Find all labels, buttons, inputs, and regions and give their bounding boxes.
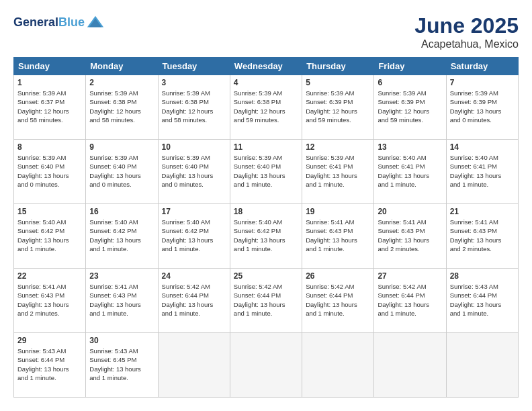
- day-detail: Sunrise: 5:40 AMSunset: 6:42 PMDaylight:…: [162, 218, 226, 253]
- day-detail: Sunrise: 5:41 AMSunset: 6:43 PMDaylight:…: [89, 282, 154, 318]
- day-number: 20: [378, 207, 442, 216]
- table-row: 24Sunrise: 5:42 AMSunset: 6:44 PMDayligh…: [158, 269, 230, 333]
- day-number: 26: [306, 271, 370, 281]
- day-number: 2: [89, 78, 154, 87]
- day-number: 23: [89, 271, 154, 281]
- day-detail: Sunrise: 5:39 AMSunset: 6:40 PMDaylight:…: [89, 153, 154, 189]
- day-detail: Sunrise: 5:39 AMSunset: 6:38 PMDaylight:…: [234, 89, 298, 124]
- table-row: 2Sunrise: 5:39 AMSunset: 6:38 PMDaylight…: [86, 75, 158, 140]
- day-number: 22: [17, 271, 82, 281]
- table-row: 26Sunrise: 5:42 AMSunset: 6:44 PMDayligh…: [302, 269, 374, 333]
- day-detail: Sunrise: 5:39 AMSunset: 6:41 PMDaylight:…: [306, 153, 370, 189]
- calendar-table: Sunday Monday Tuesday Wednesday Thursday…: [13, 57, 519, 398]
- day-detail: Sunrise: 5:39 AMSunset: 6:40 PMDaylight:…: [162, 153, 226, 189]
- main-title: June 2025: [414, 13, 519, 38]
- day-detail: Sunrise: 5:39 AMSunset: 6:38 PMDaylight:…: [89, 89, 154, 124]
- calendar-week-row: 15Sunrise: 5:40 AMSunset: 6:42 PMDayligh…: [14, 204, 519, 269]
- day-detail: Sunrise: 5:39 AMSunset: 6:39 PMDaylight:…: [306, 89, 370, 124]
- page: GeneralBlue June 2025 Acapetahua, Mexico…: [0, 0, 532, 411]
- day-detail: Sunrise: 5:39 AMSunset: 6:38 PMDaylight:…: [162, 89, 226, 124]
- day-number: 17: [162, 207, 226, 216]
- table-row: 9Sunrise: 5:39 AMSunset: 6:40 PMDaylight…: [86, 140, 158, 204]
- table-row: [158, 333, 230, 398]
- col-friday: Friday: [374, 58, 446, 75]
- table-row: 28Sunrise: 5:43 AMSunset: 6:44 PMDayligh…: [446, 269, 518, 333]
- title-area: June 2025 Acapetahua, Mexico: [414, 13, 519, 50]
- table-row: [446, 333, 518, 398]
- day-number: 9: [89, 142, 154, 152]
- table-row: 15Sunrise: 5:40 AMSunset: 6:42 PMDayligh…: [14, 204, 86, 269]
- table-row: 27Sunrise: 5:42 AMSunset: 6:44 PMDayligh…: [374, 269, 446, 333]
- calendar-week-row: 22Sunrise: 5:41 AMSunset: 6:43 PMDayligh…: [14, 269, 519, 333]
- table-row: 4Sunrise: 5:39 AMSunset: 6:38 PMDaylight…: [230, 75, 302, 140]
- table-row: 3Sunrise: 5:39 AMSunset: 6:38 PMDaylight…: [158, 75, 230, 140]
- calendar-week-row: 29Sunrise: 5:43 AMSunset: 6:44 PMDayligh…: [14, 333, 519, 398]
- subtitle: Acapetahua, Mexico: [414, 38, 519, 50]
- day-detail: Sunrise: 5:40 AMSunset: 6:41 PMDaylight:…: [378, 153, 442, 189]
- day-detail: Sunrise: 5:40 AMSunset: 6:42 PMDaylight:…: [17, 218, 82, 253]
- day-detail: Sunrise: 5:43 AMSunset: 6:45 PMDaylight:…: [89, 347, 154, 382]
- day-detail: Sunrise: 5:39 AMSunset: 6:39 PMDaylight:…: [450, 89, 515, 124]
- day-detail: Sunrise: 5:41 AMSunset: 6:43 PMDaylight:…: [306, 218, 370, 253]
- day-number: 19: [306, 207, 370, 216]
- day-number: 8: [17, 142, 82, 152]
- day-number: 21: [450, 207, 515, 216]
- table-row: 20Sunrise: 5:41 AMSunset: 6:43 PMDayligh…: [374, 204, 446, 269]
- col-thursday: Thursday: [302, 58, 374, 75]
- day-number: 30: [89, 336, 154, 345]
- table-row: 17Sunrise: 5:40 AMSunset: 6:42 PMDayligh…: [158, 204, 230, 269]
- day-number: 5: [306, 78, 370, 87]
- day-detail: Sunrise: 5:39 AMSunset: 6:40 PMDaylight:…: [17, 153, 82, 189]
- day-number: 11: [234, 142, 298, 152]
- day-number: 7: [450, 78, 515, 87]
- table-row: [374, 333, 446, 398]
- day-detail: Sunrise: 5:42 AMSunset: 6:44 PMDaylight:…: [306, 282, 370, 318]
- col-wednesday: Wednesday: [230, 58, 302, 75]
- day-detail: Sunrise: 5:42 AMSunset: 6:44 PMDaylight:…: [162, 282, 226, 318]
- calendar-week-row: 8Sunrise: 5:39 AMSunset: 6:40 PMDaylight…: [14, 140, 519, 204]
- table-row: 19Sunrise: 5:41 AMSunset: 6:43 PMDayligh…: [302, 204, 374, 269]
- table-row: 30Sunrise: 5:43 AMSunset: 6:45 PMDayligh…: [86, 333, 158, 398]
- day-detail: Sunrise: 5:42 AMSunset: 6:44 PMDaylight:…: [378, 282, 442, 318]
- table-row: 23Sunrise: 5:41 AMSunset: 6:43 PMDayligh…: [86, 269, 158, 333]
- table-row: 29Sunrise: 5:43 AMSunset: 6:44 PMDayligh…: [14, 333, 86, 398]
- day-number: 10: [162, 142, 226, 152]
- day-number: 28: [450, 271, 515, 281]
- table-row: 13Sunrise: 5:40 AMSunset: 6:41 PMDayligh…: [374, 140, 446, 204]
- day-number: 6: [378, 78, 442, 87]
- table-row: [230, 333, 302, 398]
- table-row: 16Sunrise: 5:40 AMSunset: 6:42 PMDayligh…: [86, 204, 158, 269]
- table-row: 21Sunrise: 5:41 AMSunset: 6:43 PMDayligh…: [446, 204, 518, 269]
- day-number: 13: [378, 142, 442, 152]
- day-detail: Sunrise: 5:41 AMSunset: 6:43 PMDaylight:…: [378, 218, 442, 253]
- col-saturday: Saturday: [446, 58, 518, 75]
- day-number: 14: [450, 142, 515, 152]
- day-number: 12: [306, 142, 370, 152]
- table-row: 14Sunrise: 5:40 AMSunset: 6:41 PMDayligh…: [446, 140, 518, 204]
- table-row: 8Sunrise: 5:39 AMSunset: 6:40 PMDaylight…: [14, 140, 86, 204]
- day-number: 3: [162, 78, 226, 87]
- col-sunday: Sunday: [14, 58, 86, 75]
- calendar-week-row: 1Sunrise: 5:39 AMSunset: 6:37 PMDaylight…: [14, 75, 519, 140]
- table-row: 6Sunrise: 5:39 AMSunset: 6:39 PMDaylight…: [374, 75, 446, 140]
- day-number: 25: [234, 271, 298, 281]
- day-detail: Sunrise: 5:40 AMSunset: 6:42 PMDaylight:…: [234, 218, 298, 253]
- day-number: 24: [162, 271, 226, 281]
- day-detail: Sunrise: 5:39 AMSunset: 6:39 PMDaylight:…: [378, 89, 442, 124]
- table-row: 5Sunrise: 5:39 AMSunset: 6:39 PMDaylight…: [302, 75, 374, 140]
- table-row: 10Sunrise: 5:39 AMSunset: 6:40 PMDayligh…: [158, 140, 230, 204]
- header: GeneralBlue June 2025 Acapetahua, Mexico: [13, 13, 519, 50]
- col-monday: Monday: [86, 58, 158, 75]
- day-number: 29: [17, 336, 82, 345]
- logo: GeneralBlue: [13, 13, 105, 32]
- day-detail: Sunrise: 5:43 AMSunset: 6:44 PMDaylight:…: [17, 347, 82, 382]
- day-number: 4: [234, 78, 298, 87]
- day-number: 18: [234, 207, 298, 216]
- logo-icon: [86, 13, 105, 32]
- day-number: 1: [17, 78, 82, 87]
- table-row: 18Sunrise: 5:40 AMSunset: 6:42 PMDayligh…: [230, 204, 302, 269]
- day-detail: Sunrise: 5:39 AMSunset: 6:40 PMDaylight:…: [234, 153, 298, 189]
- table-row: 11Sunrise: 5:39 AMSunset: 6:40 PMDayligh…: [230, 140, 302, 204]
- table-row: [302, 333, 374, 398]
- table-row: 7Sunrise: 5:39 AMSunset: 6:39 PMDaylight…: [446, 75, 518, 140]
